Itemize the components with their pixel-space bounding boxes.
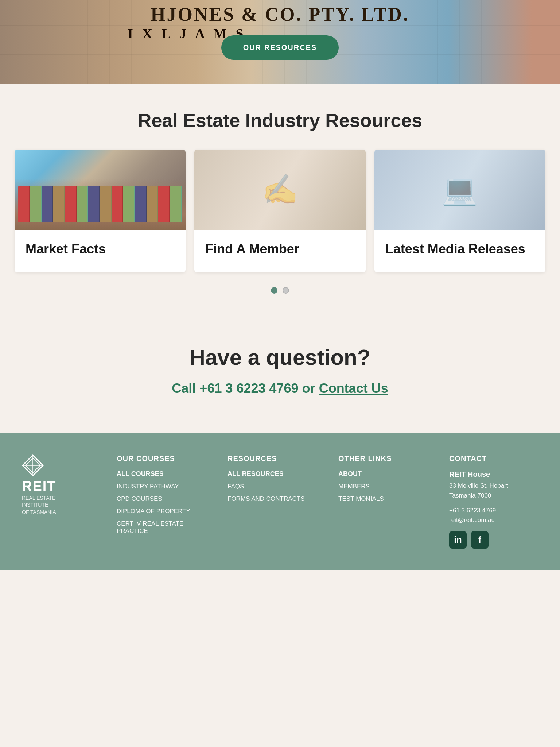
footer-cert-iv-link[interactable]: CERT IV REAL ESTATE PRACTICE — [117, 520, 206, 535]
footer-inner: REIT REAL ESTATE INSTITUTEOF TASMANIA OU… — [22, 454, 538, 549]
reit-diamond-icon — [22, 454, 44, 476]
footer-email: reit@reit.com.au — [449, 516, 538, 524]
footer-phone: +61 3 6223 4769 — [449, 507, 538, 514]
reit-logo-subtitle: REAL ESTATE INSTITUTEOF TASMANIA — [22, 495, 69, 516]
footer-logo: REIT REAL ESTATE INSTITUTEOF TASMANIA — [22, 454, 95, 516]
latest-media-content: Latest Media Releases — [374, 230, 545, 272]
find-a-member-title: Find A Member — [205, 241, 354, 258]
carousel-dot-1[interactable] — [271, 287, 277, 294]
footer-faqs-link[interactable]: FAQS — [228, 483, 316, 490]
carousel-dot-2[interactable] — [283, 287, 289, 294]
footer-address: 33 Melville St, HobartTasmania 7000 — [449, 481, 538, 500]
footer: REIT REAL ESTATE INSTITUTEOF TASMANIA OU… — [0, 433, 560, 570]
footer-contact-column: CONTACT REIT House 33 Melville St, Hobar… — [449, 454, 538, 549]
footer-contact-title: CONTACT — [449, 454, 538, 463]
resource-cards-row: Market Facts Find A Member Latest Media … — [15, 150, 545, 272]
social-icons-row: in f — [449, 531, 538, 549]
latest-media-image — [374, 150, 545, 230]
reit-logo-name: REIT — [22, 479, 57, 493]
hero-section: HJONES & CO. PTY. LTD. I X L J A M S. OU… — [0, 0, 560, 84]
hero-button-wrap: OUR RESOURCES — [221, 35, 339, 60]
resources-title: Real Estate Industry Resources — [15, 109, 545, 131]
find-a-member-card[interactable]: Find A Member — [194, 150, 365, 272]
our-resources-button[interactable]: OUR RESOURCES — [221, 35, 339, 60]
find-a-member-content: Find A Member — [194, 230, 365, 272]
footer-about-link[interactable]: ABOUT — [338, 470, 427, 478]
market-facts-card[interactable]: Market Facts — [15, 150, 186, 272]
question-contact-line: Call +61 3 6223 4769 or Contact Us — [15, 381, 545, 396]
question-contact-text: Call +61 3 6223 4769 or — [172, 381, 315, 396]
footer-courses-column: OUR COURSES ALL COURSES INDUSTRY PATHWAY… — [117, 454, 206, 540]
contact-us-link[interactable]: Contact Us — [319, 381, 388, 396]
resources-section: Real Estate Industry Resources Market Fa… — [0, 84, 560, 316]
footer-other-title: OTHER LINKS — [338, 454, 427, 463]
footer-members-link[interactable]: MEMBERS — [338, 483, 427, 490]
footer-diploma-link[interactable]: DIPLOMA OF PROPERTY — [117, 508, 206, 515]
footer-all-courses-link[interactable]: ALL COURSES — [117, 470, 206, 478]
latest-media-title: Latest Media Releases — [385, 241, 534, 258]
footer-resources-column: RESOURCES ALL RESOURCES FAQS FORMS AND C… — [228, 454, 316, 508]
footer-all-resources-link[interactable]: ALL RESOURCES — [228, 470, 316, 478]
market-facts-content: Market Facts — [15, 230, 186, 272]
footer-cpd-courses-link[interactable]: CPD COURSES — [117, 495, 206, 503]
footer-address-title: REIT House — [449, 470, 538, 479]
find-a-member-image — [194, 150, 365, 230]
footer-courses-title: OUR COURSES — [117, 454, 206, 463]
linkedin-icon[interactable]: in — [449, 531, 467, 549]
facebook-icon[interactable]: f — [471, 531, 489, 549]
market-facts-image — [15, 150, 186, 230]
carousel-dots — [15, 287, 545, 294]
footer-resources-title: RESOURCES — [228, 454, 316, 463]
footer-testimonials-link[interactable]: TESTIMONIALS — [338, 495, 427, 503]
hero-title-text: HJONES & CO. PTY. LTD. — [0, 4, 560, 25]
footer-industry-pathway-link[interactable]: INDUSTRY PATHWAY — [117, 483, 206, 490]
market-facts-title: Market Facts — [26, 241, 175, 258]
latest-media-card[interactable]: Latest Media Releases — [374, 150, 545, 272]
footer-other-column: OTHER LINKS ABOUT MEMBERS TESTIMONIALS — [338, 454, 427, 508]
footer-forms-contracts-link[interactable]: FORMS AND CONTRACTS — [228, 495, 316, 503]
question-section: Have a question? Call +61 3 6223 4769 or… — [0, 316, 560, 433]
question-title: Have a question? — [15, 345, 545, 370]
